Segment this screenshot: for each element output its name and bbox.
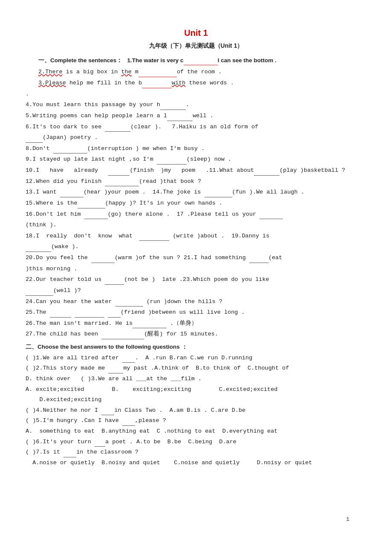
- item-27: 27.The child has been (醒着) for 15 minute…: [26, 329, 366, 339]
- item-13: 13.I want (hear )your poem . 14.The joke…: [26, 187, 366, 197]
- item-16: 16.Don't let him (go) there alone . 17 .…: [26, 209, 366, 220]
- item-20: 20.Do you feel the (warm )of the sun ? 2…: [26, 253, 366, 263]
- item-18b: (wake ).: [26, 242, 366, 252]
- item-dot: .: [26, 89, 366, 99]
- item-4: 4.You must learn this passage by your h.: [26, 100, 366, 110]
- item-12: 12.When did you finish (read )that book …: [26, 176, 366, 187]
- section1-header: 一、Complete the sentences： 1.The water is…: [26, 55, 366, 66]
- item-22: 22.Our teacher told us (not be ) late .2…: [26, 275, 366, 285]
- q4: ( )4.Neither he nor I in Class Two . A.a…: [26, 405, 366, 416]
- item-16b: (think ).: [26, 220, 366, 230]
- q7: ( )7.Is it in the classroom ?: [26, 447, 366, 457]
- page-title: Unit 1: [26, 26, 366, 40]
- item-15: 15.Where is the(happy )? It's in your ow…: [26, 198, 366, 208]
- item-3: 3.Please help me fill in the bwith these…: [26, 78, 366, 88]
- item-26: 26.The man isn't married. He is .（单身）: [26, 318, 366, 329]
- q3-options: A. excite;excited B. exciting;exciting C…: [26, 384, 366, 395]
- q6: ( )6.It's your turn a poet . A.to be B.b…: [26, 437, 366, 447]
- q1: ( )1.We are all tired after . A .run B.r…: [26, 353, 366, 363]
- q5: ( )5.I'm hungry .Can I have ,please ?: [26, 416, 366, 426]
- q5-options: A. something to eat B.anything eat C .no…: [26, 426, 366, 436]
- item-6: 6.It's too dark to see (clear ). 7.Haiku…: [26, 122, 366, 132]
- q2b: D. think over ( )3.We are all ___at the …: [26, 374, 366, 384]
- q3-options-d: D.excited;exciting: [26, 395, 366, 405]
- item-10: 10.I have already (finish )my poem .11.W…: [26, 165, 366, 176]
- q2: ( )2.This story made me my past .A.think…: [26, 363, 366, 373]
- section2-header: 二、Choose the best answers to the followi…: [26, 342, 366, 352]
- item-22b: (well )?: [26, 286, 366, 296]
- item-6b: (Japan) poetry .: [26, 133, 366, 143]
- page-number: 1: [346, 515, 349, 524]
- item-25: 25.The (friend )between us will live lon…: [26, 307, 366, 318]
- item-5: 5.Writing poems can help people learn a …: [26, 111, 366, 121]
- subtitle: 九年级（下）单元测试题（Unit 1）: [26, 41, 366, 51]
- item-9: 9.I stayed up late last night ,so I'm (s…: [26, 154, 366, 165]
- item-2: 2.There is a big box in the mof the room…: [26, 67, 366, 77]
- item-8: 8.Don't (interruption ) me when I'm busy…: [26, 144, 366, 154]
- item-20b: )this morning .: [26, 264, 366, 274]
- item-24: 24.Can you hear the water (run )down the…: [26, 297, 366, 307]
- q7-options: A.noise or quietly B.noisy and quiet C.n…: [26, 458, 366, 468]
- item-18: 18.I really don't know what (write )abou…: [26, 231, 366, 241]
